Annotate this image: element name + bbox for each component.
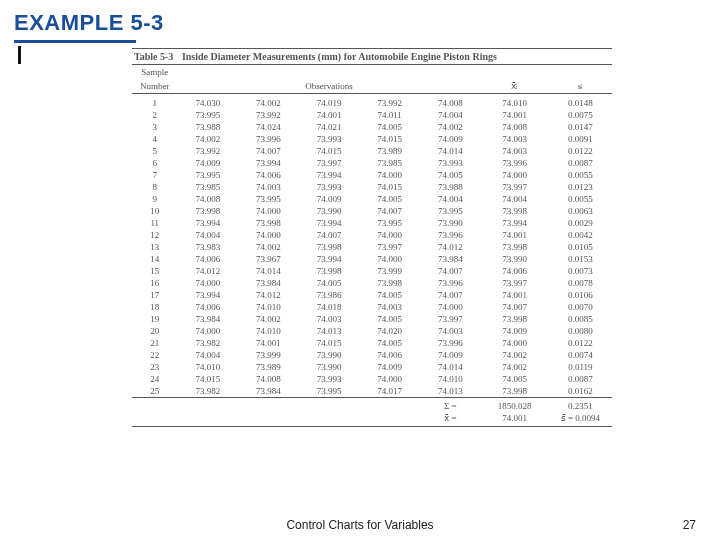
table-cell: 0.0055 bbox=[549, 193, 612, 205]
table-cell: 74.006 bbox=[481, 265, 549, 277]
table-cell: 74.004 bbox=[420, 109, 481, 121]
table-cell: 0.0078 bbox=[549, 277, 612, 289]
table-cell: 13 bbox=[132, 241, 177, 253]
col-observations: Observations bbox=[177, 79, 480, 94]
table-cell: 73.995 bbox=[420, 205, 481, 217]
table-cell: 74.030 bbox=[177, 94, 238, 110]
table-cell: 74.015 bbox=[359, 133, 420, 145]
table-cell: 74.000 bbox=[238, 205, 299, 217]
table-cell: 0.0087 bbox=[549, 157, 612, 169]
table-cell: 73.996 bbox=[420, 229, 481, 241]
table-cell: 73.995 bbox=[359, 217, 420, 229]
table-cell: 0.0055 bbox=[549, 169, 612, 181]
table-cell: 74.000 bbox=[481, 169, 549, 181]
table-cell: 15 bbox=[132, 265, 177, 277]
table-row: 474.00273.99673.99374.01574.00974.0030.0… bbox=[132, 133, 612, 145]
table-cell: 73.984 bbox=[238, 277, 299, 289]
table-cell: 74.015 bbox=[299, 145, 360, 157]
table-row: 1173.99473.99873.99473.99573.99073.9940.… bbox=[132, 217, 612, 229]
table-cell: 0.0063 bbox=[549, 205, 612, 217]
table-cell: 74.024 bbox=[238, 121, 299, 133]
table-cell: 73.997 bbox=[481, 181, 549, 193]
table-cell: 74.005 bbox=[359, 121, 420, 133]
table-cell: 73.998 bbox=[481, 313, 549, 325]
table-cell: 73.993 bbox=[299, 181, 360, 193]
table-row: 873.98574.00373.99374.01573.98873.9970.0… bbox=[132, 181, 612, 193]
table-cell: 73.999 bbox=[359, 265, 420, 277]
table-cell: 3 bbox=[132, 121, 177, 133]
table-cell: 73.994 bbox=[299, 217, 360, 229]
table-cell: 73.997 bbox=[481, 277, 549, 289]
table-row: 974.00873.99574.00974.00574.00474.0040.0… bbox=[132, 193, 612, 205]
table-cell: 73.985 bbox=[177, 181, 238, 193]
table-cell: 74.005 bbox=[359, 337, 420, 349]
table-cell: 74.012 bbox=[177, 265, 238, 277]
table-cell: 74.001 bbox=[299, 109, 360, 121]
table-cell: 20 bbox=[132, 325, 177, 337]
table-cell: 73.994 bbox=[177, 217, 238, 229]
table-cell: 73.988 bbox=[177, 121, 238, 133]
summary-row-sum: Σ = 1850.028 0.2351 bbox=[132, 398, 612, 413]
table-row: 1574.01274.01473.99873.99974.00774.0060.… bbox=[132, 265, 612, 277]
table-cell: 73.998 bbox=[238, 217, 299, 229]
table-cell: 74.001 bbox=[481, 229, 549, 241]
table-cell: 73.967 bbox=[238, 253, 299, 265]
table-cell: 74.014 bbox=[420, 145, 481, 157]
table-cell: 74.000 bbox=[359, 253, 420, 265]
table-cell: 0.0087 bbox=[549, 373, 612, 385]
table-cell: 73.998 bbox=[299, 241, 360, 253]
table-cell: 74.005 bbox=[299, 277, 360, 289]
table-cell: 73.996 bbox=[481, 157, 549, 169]
table-cell: 74.013 bbox=[299, 325, 360, 337]
table-cell: 74.002 bbox=[481, 349, 549, 361]
table-row: 373.98874.02474.02174.00574.00274.0080.0… bbox=[132, 121, 612, 133]
table-cell: 74.001 bbox=[238, 337, 299, 349]
table-cell: 73.998 bbox=[481, 241, 549, 253]
table-row: 273.99573.99274.00174.01174.00474.0010.0… bbox=[132, 109, 612, 121]
table-cell: 73.990 bbox=[299, 361, 360, 373]
table-53: Table 5-3 Inside Diameter Measurements (… bbox=[132, 48, 612, 427]
table-cell: 73.990 bbox=[299, 205, 360, 217]
table-cell: 73.997 bbox=[299, 157, 360, 169]
table-cell: 73.994 bbox=[299, 169, 360, 181]
table-cell: 74.010 bbox=[238, 301, 299, 313]
table-cell: 73.992 bbox=[177, 145, 238, 157]
table-cell: 74.021 bbox=[299, 121, 360, 133]
table-cell: 73.995 bbox=[238, 193, 299, 205]
table-caption: Table 5-3 Inside Diameter Measurements (… bbox=[132, 48, 612, 65]
table-cell: 19 bbox=[132, 313, 177, 325]
table-cell: 73.995 bbox=[177, 169, 238, 181]
table-cell: 74.010 bbox=[481, 94, 549, 110]
table-cell: 0.0106 bbox=[549, 289, 612, 301]
table-cell: 74.005 bbox=[481, 373, 549, 385]
table-bottom-rule bbox=[132, 426, 612, 427]
table-cell: 74.008 bbox=[420, 94, 481, 110]
table-cell: 73.996 bbox=[238, 133, 299, 145]
table-cell: 73.997 bbox=[420, 313, 481, 325]
table-row: 674.00973.99473.99773.98573.99373.9960.0… bbox=[132, 157, 612, 169]
text-cursor bbox=[18, 46, 21, 64]
table-cell: 74.012 bbox=[238, 289, 299, 301]
table-row: 1874.00674.01074.01874.00374.00074.0070.… bbox=[132, 301, 612, 313]
table-cell: 1 bbox=[132, 94, 177, 110]
table-cell: 73.982 bbox=[177, 337, 238, 349]
table-cell: 74.002 bbox=[238, 241, 299, 253]
table-row: 573.99274.00774.01573.98974.01474.0030.0… bbox=[132, 145, 612, 157]
table-cell: 74.004 bbox=[420, 193, 481, 205]
table-cell: 23 bbox=[132, 361, 177, 373]
table-row: 174.03074.00274.01973.99274.00874.0100.0… bbox=[132, 94, 612, 110]
table-cell: 74.006 bbox=[177, 253, 238, 265]
table-cell: 73.998 bbox=[481, 385, 549, 398]
table-cell: 73.998 bbox=[299, 265, 360, 277]
col-sample: Sample bbox=[132, 65, 177, 79]
table-cell: 74.000 bbox=[238, 229, 299, 241]
table-cell: 74.002 bbox=[420, 121, 481, 133]
table-cell: 73.995 bbox=[299, 385, 360, 398]
table-cell: 0.0162 bbox=[549, 385, 612, 398]
table-cell: 74.005 bbox=[420, 169, 481, 181]
table-cell: 74.015 bbox=[299, 337, 360, 349]
table-cell: 73.983 bbox=[177, 241, 238, 253]
table-cell: 12 bbox=[132, 229, 177, 241]
table-row: 2173.98274.00174.01574.00573.99674.0000.… bbox=[132, 337, 612, 349]
table-cell: 74.011 bbox=[359, 109, 420, 121]
